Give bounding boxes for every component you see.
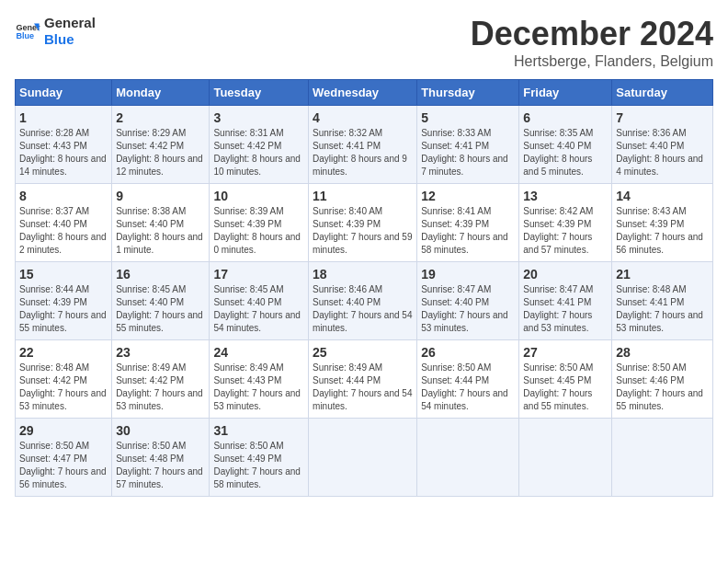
calendar-cell: 17Sunrise: 8:45 AMSunset: 4:40 PMDayligh…	[210, 262, 309, 340]
cell-info: Sunrise: 8:48 AMSunset: 4:42 PMDaylight:…	[19, 362, 108, 413]
calendar-cell: 3Sunrise: 8:31 AMSunset: 4:42 PMDaylight…	[210, 106, 309, 184]
cell-info: Sunrise: 8:47 AMSunset: 4:40 PMDaylight:…	[421, 283, 515, 335]
day-number: 23	[116, 345, 205, 360]
calendar-cell: 15Sunrise: 8:44 AMSunset: 4:39 PMDayligh…	[16, 262, 112, 340]
cell-info: Sunrise: 8:39 AMSunset: 4:39 PMDaylight:…	[213, 205, 304, 257]
calendar-cell: 10Sunrise: 8:39 AMSunset: 4:39 PMDayligh…	[210, 184, 309, 262]
day-number: 26	[421, 345, 515, 360]
cell-info: Sunrise: 8:49 AMSunset: 4:44 PMDaylight:…	[313, 362, 413, 413]
day-number: 9	[116, 189, 205, 203]
cell-info: Sunrise: 8:50 AMSunset: 4:49 PMDaylight:…	[213, 440, 304, 491]
calendar-cell: 12Sunrise: 8:41 AMSunset: 4:39 PMDayligh…	[417, 184, 519, 262]
calendar-cell: 1Sunrise: 8:28 AMSunset: 4:43 PMDaylight…	[16, 106, 112, 184]
cell-info: Sunrise: 8:47 AMSunset: 4:41 PMDaylight:…	[523, 283, 608, 335]
day-number: 18	[313, 267, 413, 282]
cell-info: Sunrise: 8:40 AMSunset: 4:39 PMDaylight:…	[313, 205, 413, 257]
calendar-cell: 14Sunrise: 8:43 AMSunset: 4:39 PMDayligh…	[612, 184, 713, 262]
week-row: 8Sunrise: 8:37 AMSunset: 4:40 PMDaylight…	[16, 184, 713, 262]
calendar-cell	[309, 419, 417, 497]
calendar-header: SundayMondayTuesdayWednesdayThursdayFrid…	[16, 80, 713, 106]
day-number: 24	[213, 345, 304, 360]
calendar-cell: 22Sunrise: 8:48 AMSunset: 4:42 PMDayligh…	[16, 340, 112, 419]
day-number: 30	[116, 423, 205, 438]
calendar-cell	[519, 419, 612, 497]
calendar-cell	[612, 419, 713, 497]
day-number: 29	[19, 423, 108, 438]
header-row: SundayMondayTuesdayWednesdayThursdayFrid…	[16, 80, 713, 106]
cell-info: Sunrise: 8:32 AMSunset: 4:41 PMDaylight:…	[313, 127, 413, 178]
day-number: 12	[421, 189, 515, 203]
calendar-cell: 24Sunrise: 8:49 AMSunset: 4:43 PMDayligh…	[210, 340, 309, 419]
calendar-cell: 8Sunrise: 8:37 AMSunset: 4:40 PMDaylight…	[16, 184, 112, 262]
cell-info: Sunrise: 8:35 AMSunset: 4:40 PMDaylight:…	[523, 127, 608, 178]
calendar-cell: 19Sunrise: 8:47 AMSunset: 4:40 PMDayligh…	[417, 262, 519, 340]
cell-info: Sunrise: 8:44 AMSunset: 4:39 PMDaylight:…	[19, 283, 108, 335]
title-area: December 2024 Hertsberge, Flanders, Belg…	[471, 15, 713, 70]
cell-info: Sunrise: 8:50 AMSunset: 4:44 PMDaylight:…	[421, 362, 515, 413]
calendar-cell	[417, 419, 519, 497]
calendar-cell: 26Sunrise: 8:50 AMSunset: 4:44 PMDayligh…	[417, 340, 519, 419]
cell-info: Sunrise: 8:38 AMSunset: 4:40 PMDaylight:…	[116, 205, 205, 257]
calendar-cell: 9Sunrise: 8:38 AMSunset: 4:40 PMDaylight…	[112, 184, 210, 262]
day-number: 3	[213, 110, 304, 125]
calendar-cell: 28Sunrise: 8:50 AMSunset: 4:46 PMDayligh…	[612, 340, 713, 419]
header: General Blue General Blue December 2024 …	[15, 15, 713, 70]
logo: General Blue General Blue	[15, 15, 96, 48]
day-number: 20	[523, 267, 608, 282]
cell-info: Sunrise: 8:45 AMSunset: 4:40 PMDaylight:…	[116, 283, 205, 335]
cell-info: Sunrise: 8:31 AMSunset: 4:42 PMDaylight:…	[213, 127, 304, 178]
day-number: 14	[616, 189, 709, 203]
cell-info: Sunrise: 8:50 AMSunset: 4:46 PMDaylight:…	[616, 362, 709, 413]
cell-info: Sunrise: 8:36 AMSunset: 4:40 PMDaylight:…	[616, 127, 709, 178]
header-tuesday: Tuesday	[210, 80, 309, 106]
calendar-cell: 7Sunrise: 8:36 AMSunset: 4:40 PMDaylight…	[612, 106, 713, 184]
calendar-cell: 2Sunrise: 8:29 AMSunset: 4:42 PMDaylight…	[112, 106, 210, 184]
day-number: 27	[523, 345, 608, 360]
calendar-cell: 4Sunrise: 8:32 AMSunset: 4:41 PMDaylight…	[309, 106, 417, 184]
day-number: 10	[213, 189, 304, 203]
calendar-cell: 27Sunrise: 8:50 AMSunset: 4:45 PMDayligh…	[519, 340, 612, 419]
calendar-cell: 23Sunrise: 8:49 AMSunset: 4:42 PMDayligh…	[112, 340, 210, 419]
week-row: 29Sunrise: 8:50 AMSunset: 4:47 PMDayligh…	[16, 419, 713, 497]
day-number: 16	[116, 267, 205, 282]
day-number: 21	[616, 267, 709, 282]
day-number: 25	[313, 345, 413, 360]
day-number: 8	[19, 189, 108, 203]
day-number: 19	[421, 267, 515, 282]
day-number: 22	[19, 345, 108, 360]
svg-text:Blue: Blue	[16, 31, 34, 40]
logo-text-blue: Blue	[44, 31, 96, 48]
calendar-cell: 29Sunrise: 8:50 AMSunset: 4:47 PMDayligh…	[16, 419, 112, 497]
week-row: 15Sunrise: 8:44 AMSunset: 4:39 PMDayligh…	[16, 262, 713, 340]
calendar-cell: 16Sunrise: 8:45 AMSunset: 4:40 PMDayligh…	[112, 262, 210, 340]
week-row: 22Sunrise: 8:48 AMSunset: 4:42 PMDayligh…	[16, 340, 713, 419]
day-number: 2	[116, 110, 205, 125]
day-number: 5	[421, 110, 515, 125]
day-number: 7	[616, 110, 709, 125]
calendar-body: 1Sunrise: 8:28 AMSunset: 4:43 PMDaylight…	[16, 106, 713, 497]
header-sunday: Sunday	[16, 80, 112, 106]
cell-info: Sunrise: 8:49 AMSunset: 4:42 PMDaylight:…	[116, 362, 205, 413]
day-number: 4	[313, 110, 413, 125]
cell-info: Sunrise: 8:43 AMSunset: 4:39 PMDaylight:…	[616, 205, 709, 257]
cell-info: Sunrise: 8:33 AMSunset: 4:41 PMDaylight:…	[421, 127, 515, 178]
header-wednesday: Wednesday	[309, 80, 417, 106]
header-saturday: Saturday	[612, 80, 713, 106]
logo-text-general: General	[44, 15, 96, 31]
day-number: 28	[616, 345, 709, 360]
cell-info: Sunrise: 8:28 AMSunset: 4:43 PMDaylight:…	[19, 127, 108, 178]
day-number: 1	[19, 110, 108, 125]
day-number: 13	[523, 189, 608, 203]
calendar-cell: 6Sunrise: 8:35 AMSunset: 4:40 PMDaylight…	[519, 106, 612, 184]
cell-info: Sunrise: 8:46 AMSunset: 4:40 PMDaylight:…	[313, 283, 413, 335]
day-number: 6	[523, 110, 608, 125]
header-friday: Friday	[519, 80, 612, 106]
cell-info: Sunrise: 8:49 AMSunset: 4:43 PMDaylight:…	[213, 362, 304, 413]
calendar-cell: 30Sunrise: 8:50 AMSunset: 4:48 PMDayligh…	[112, 419, 210, 497]
calendar-cell: 20Sunrise: 8:47 AMSunset: 4:41 PMDayligh…	[519, 262, 612, 340]
cell-info: Sunrise: 8:45 AMSunset: 4:40 PMDaylight:…	[213, 283, 304, 335]
calendar-cell: 25Sunrise: 8:49 AMSunset: 4:44 PMDayligh…	[309, 340, 417, 419]
logo-icon: General Blue	[15, 18, 40, 44]
page-subtitle: Hertsberge, Flanders, Belgium	[471, 53, 713, 70]
day-number: 17	[213, 267, 304, 282]
